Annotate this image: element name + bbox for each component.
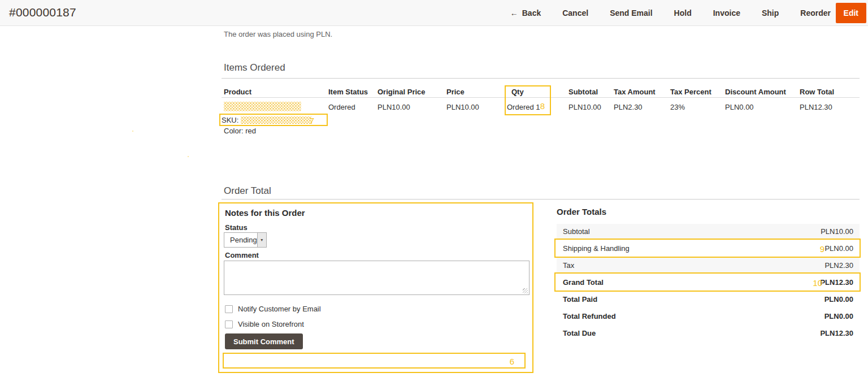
annotation-number-8: 8 xyxy=(540,102,545,110)
totals-value: PLN2.30 xyxy=(824,261,853,270)
totals-value: PLN0.00 xyxy=(824,312,853,320)
column-header-qty: Qty xyxy=(511,88,524,96)
cell-subtotal: PLN10.00 xyxy=(568,103,601,111)
notify-customer-label: Notify Customer by Email xyxy=(238,305,321,313)
order-total-heading: Order Total xyxy=(224,185,271,197)
totals-value: PLN0.00 xyxy=(824,295,853,304)
invoice-button[interactable]: Invoice xyxy=(713,8,740,18)
totals-value: PLN12.30 xyxy=(820,329,853,337)
cell-discount-amount: PLN0.00 xyxy=(725,103,754,111)
totals-label: Shipping & Handling xyxy=(563,244,630,253)
cell-qty: Ordered 1 xyxy=(507,103,540,111)
column-header-price: Price xyxy=(446,88,465,96)
totals-row-tax: Tax PLN2.30 xyxy=(557,258,860,273)
sku-label: SKU: xyxy=(222,116,238,124)
visible-storefront-label: Visible on Storefront xyxy=(238,320,304,328)
column-header-item-status: Item Status xyxy=(328,88,368,96)
color-attribute: Color: red xyxy=(224,127,256,135)
totals-row-grand-total: Grand Total PLN12.30 xyxy=(557,275,860,290)
annotation-box-6: 6 xyxy=(223,353,526,369)
select-arrow-box: ▾ xyxy=(257,233,266,247)
comment-textarea[interactable] xyxy=(224,261,530,295)
visible-storefront-checkbox-row[interactable]: Visible on Storefront xyxy=(225,320,304,328)
cell-price: PLN10.00 xyxy=(446,103,479,111)
annotation-number-6: 6 xyxy=(510,357,514,366)
artifact-speck xyxy=(188,156,189,157)
header-bar: #000000187 ←Back Cancel Send Email Hold … xyxy=(0,0,868,26)
status-label: Status xyxy=(225,223,248,232)
sku-value-redacted xyxy=(241,116,311,124)
totals-value: PLN10.00 xyxy=(821,227,853,236)
cell-tax-amount: PLN2.30 xyxy=(614,103,643,111)
totals-label: Tax xyxy=(563,261,574,270)
totals-value: PLN0.00 xyxy=(824,244,853,253)
column-header-tax-amount: Tax Amount xyxy=(614,88,656,96)
visible-storefront-checkbox[interactable] xyxy=(225,320,233,328)
ship-button[interactable]: Ship xyxy=(762,8,779,18)
totals-label: Grand Total xyxy=(563,278,604,287)
totals-label: Total Due xyxy=(563,329,596,337)
cell-tax-percent: 23% xyxy=(670,103,685,111)
totals-row-shipping-handling: Shipping & Handling PLN0.00 xyxy=(557,241,860,256)
column-header-original-price: Original Price xyxy=(377,88,426,96)
sku-line: SKU: xyxy=(222,116,311,124)
header-actions: ←Back Cancel Send Email Hold Invoice Shi… xyxy=(510,0,831,25)
back-button[interactable]: ←Back xyxy=(510,8,541,18)
table-header-rule xyxy=(222,97,860,98)
back-arrow-icon: ← xyxy=(510,8,518,18)
totals-row-subtotal: Subtotal PLN10.00 xyxy=(557,224,860,239)
column-header-subtotal: Subtotal xyxy=(568,88,598,96)
submit-comment-button[interactable]: Submit Comment xyxy=(225,333,303,349)
items-ordered-divider xyxy=(222,78,860,79)
column-header-row-total: Row Total xyxy=(800,88,834,96)
notes-heading: Notes for this Order xyxy=(225,208,305,218)
totals-label: Subtotal xyxy=(563,227,590,236)
page-title: #000000187 xyxy=(9,6,76,19)
cell-item-status: Ordered xyxy=(328,103,355,111)
totals-row-total-refunded: Total Refunded PLN0.00 xyxy=(557,309,860,324)
column-header-tax-percent: Tax Percent xyxy=(670,88,711,96)
status-select[interactable]: Pending ▾ xyxy=(224,232,267,248)
order-totals-heading: Order Totals xyxy=(557,207,606,216)
chevron-down-icon: ▾ xyxy=(261,237,263,242)
cancel-button[interactable]: Cancel xyxy=(562,8,588,18)
edit-button[interactable]: Edit xyxy=(836,3,866,23)
product-name-redacted xyxy=(224,102,301,111)
hold-button[interactable]: Hold xyxy=(674,8,692,18)
order-total-divider xyxy=(222,199,860,200)
notify-customer-checkbox[interactable] xyxy=(225,305,233,313)
column-header-product: Product xyxy=(224,88,251,96)
items-ordered-heading: Items Ordered xyxy=(224,62,285,73)
totals-row-total-due: Total Due PLN12.30 xyxy=(557,326,860,341)
totals-label: Total Paid xyxy=(563,295,597,304)
artifact-speck xyxy=(132,131,133,132)
notify-customer-checkbox-row[interactable]: Notify Customer by Email xyxy=(225,305,321,313)
send-email-button[interactable]: Send Email xyxy=(610,8,652,18)
comment-label: Comment xyxy=(225,251,259,259)
totals-row-total-paid: Total Paid PLN0.00 xyxy=(557,292,860,307)
status-selected-value: Pending xyxy=(224,233,257,247)
order-view-page: #000000187 ←Back Cancel Send Email Hold … xyxy=(0,0,868,377)
totals-label: Total Refunded xyxy=(563,312,616,320)
cell-original-price: PLN10.00 xyxy=(377,103,410,111)
cell-row-total: PLN12.30 xyxy=(800,103,832,111)
column-header-discount-amount: Discount Amount xyxy=(725,88,786,96)
reorder-button[interactable]: Reorder xyxy=(800,8,831,18)
order-currency-notice: The order was placed using PLN. xyxy=(224,30,332,38)
totals-value: PLN12.30 xyxy=(820,278,853,287)
